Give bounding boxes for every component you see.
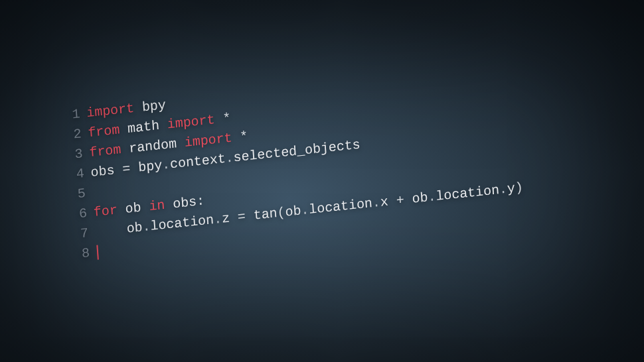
code-editor[interactable]: 1import bpy2from math import *3from rand… <box>61 58 525 265</box>
token-operator: : <box>196 193 205 209</box>
code-line-content <box>96 243 99 263</box>
token-keyword: in <box>149 198 165 214</box>
token-asterisk: * <box>240 129 249 145</box>
line-number: 8 <box>70 243 90 265</box>
line-number: 1 <box>61 104 81 126</box>
token-keyword: from <box>89 142 121 160</box>
token-identifier: ob <box>285 203 301 219</box>
token-identifier: math <box>127 118 159 137</box>
token-identifier: ob <box>412 190 428 206</box>
token-identifier: random <box>129 136 177 156</box>
token-identifier: location <box>309 196 373 217</box>
token-operator: ) <box>515 180 524 196</box>
token-identifier: tan <box>253 206 278 223</box>
token-asterisk: * <box>222 111 232 127</box>
token-keyword: for <box>93 202 118 220</box>
text-cursor <box>96 245 99 260</box>
line-number: 7 <box>69 223 89 245</box>
line-number: 3 <box>64 144 84 166</box>
token-keyword: import <box>184 131 232 151</box>
token-keyword: import <box>86 101 135 121</box>
token-identifier: ob <box>125 200 141 216</box>
token-space <box>94 221 127 240</box>
line-number: 2 <box>62 124 82 146</box>
token-identifier: obs <box>173 194 197 212</box>
token-keyword: import <box>167 112 215 132</box>
token-identifier: location <box>436 182 500 204</box>
token-identifier: obs <box>90 162 115 180</box>
line-number: 4 <box>65 164 85 186</box>
token-identifier: ob <box>126 219 143 236</box>
token-identifier: bpy <box>138 158 163 176</box>
line-number: 5 <box>66 184 86 206</box>
line-number: 6 <box>68 204 88 225</box>
token-keyword: from <box>88 122 120 141</box>
token-identifier: bpy <box>141 97 166 115</box>
code-line-content <box>92 183 93 203</box>
token-identifier: context <box>169 151 226 172</box>
token-identifier: location <box>150 212 214 234</box>
